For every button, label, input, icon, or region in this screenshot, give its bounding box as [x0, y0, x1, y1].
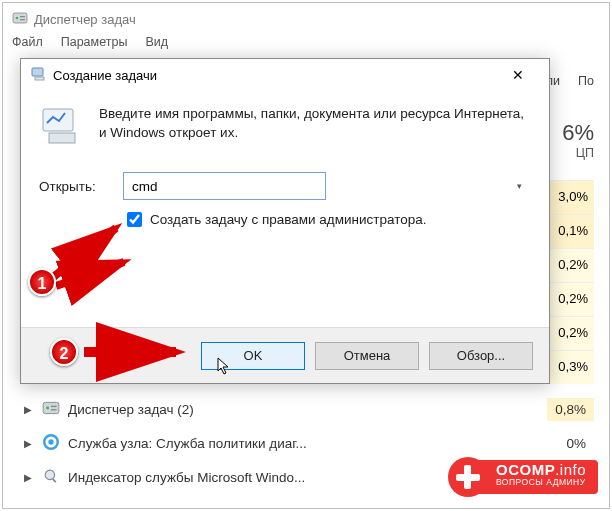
svg-point-9 [48, 439, 53, 444]
expand-toggle[interactable]: ▶ [24, 472, 34, 483]
svg-point-5 [46, 406, 49, 409]
process-row[interactable]: ▶ Диспетчер задач (2) 0,8% [24, 392, 594, 426]
svg-rect-6 [51, 405, 57, 406]
col-2[interactable]: По [578, 74, 594, 88]
process-cpu: 0% [558, 432, 594, 455]
dropdown-button[interactable]: ▾ [508, 173, 530, 199]
svg-rect-15 [49, 133, 75, 143]
cancel-button[interactable]: Отмена [315, 342, 419, 370]
svg-rect-12 [32, 68, 43, 76]
watermark-badge: OCOMP.info ВОПРОСЫ АДМИНУ [448, 457, 598, 497]
menu-options[interactable]: Параметры [61, 35, 128, 49]
open-label: Открыть: [39, 179, 113, 194]
close-button[interactable]: ✕ [497, 61, 539, 89]
plus-icon [448, 457, 488, 497]
admin-checkbox-row[interactable]: Создать задачу с правами администратора. [127, 212, 531, 227]
run-dialog: Создание задачи ✕ Введите имя программы,… [20, 58, 550, 384]
dialog-message: Введите имя программы, папки, документа … [99, 105, 531, 143]
process-name: Служба узла: Служба политики диаг... [68, 436, 307, 451]
dialog-title: Создание задачи [53, 68, 157, 83]
badge-name: OCOMP [496, 461, 555, 478]
open-input[interactable] [123, 172, 326, 200]
badge-tld: .info [555, 461, 586, 478]
task-manager-titlebar: Диспетчер задач [4, 4, 608, 33]
menu-view[interactable]: Вид [145, 35, 168, 49]
run-icon [39, 105, 81, 150]
process-name: Индексатор службы Microsoft Windo... [68, 470, 305, 485]
badge-subtitle: ВОПРОСЫ АДМИНУ [496, 478, 586, 487]
annotation-marker-1: 1 [28, 268, 56, 296]
admin-checkbox[interactable] [127, 212, 142, 227]
expand-toggle[interactable]: ▶ [24, 438, 34, 449]
process-name: Диспетчер задач (2) [68, 402, 194, 417]
svg-point-1 [16, 17, 19, 20]
expand-toggle[interactable]: ▶ [24, 404, 34, 415]
admin-checkbox-label: Создать задачу с правами администратора. [150, 212, 426, 227]
process-cpu: 0,8% [547, 398, 594, 421]
service-icon [42, 433, 60, 454]
svg-rect-0 [13, 13, 27, 23]
menubar: Файл Параметры Вид [4, 33, 608, 55]
svg-rect-4 [43, 402, 59, 413]
ok-button[interactable]: OK [201, 342, 305, 370]
process-row[interactable]: ▶ Служба узла: Служба политики диаг... 0… [24, 426, 594, 460]
svg-point-10 [45, 470, 54, 479]
svg-rect-3 [20, 19, 25, 20]
task-manager-icon [42, 399, 60, 420]
menu-file[interactable]: Файл [12, 35, 43, 49]
run-dialog-icon [31, 66, 47, 85]
svg-rect-2 [20, 16, 25, 17]
task-manager-icon [12, 10, 28, 29]
svg-rect-11 [52, 478, 56, 482]
svg-rect-13 [35, 77, 44, 80]
svg-rect-7 [51, 409, 57, 410]
annotation-marker-2: 2 [50, 338, 78, 366]
indexer-icon [42, 467, 60, 488]
browse-button[interactable]: Обзор... [429, 342, 533, 370]
task-manager-title: Диспетчер задач [34, 12, 136, 27]
